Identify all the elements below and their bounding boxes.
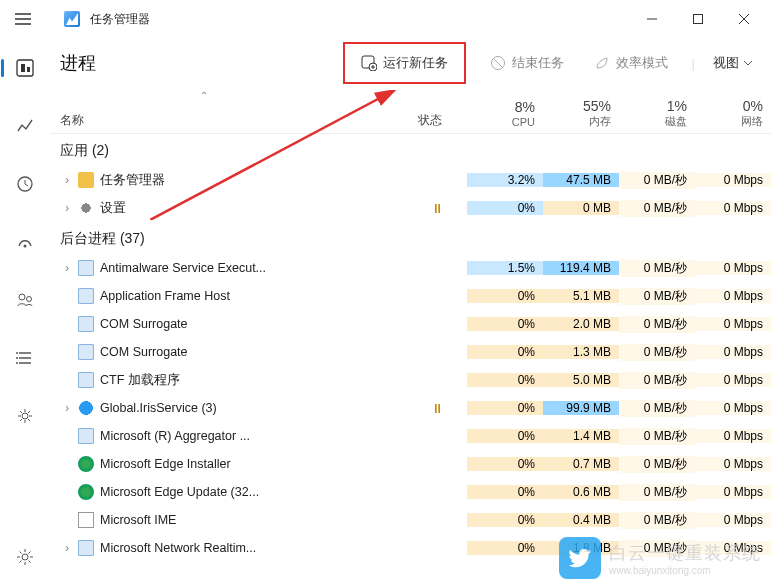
- end-task-label: 结束任务: [512, 54, 564, 72]
- close-button[interactable]: [721, 3, 767, 35]
- cell: 0 MB/秒: [619, 456, 695, 473]
- cell: 0 Mbps: [695, 373, 771, 387]
- process-icon: [78, 484, 94, 500]
- process-row[interactable]: › 任务管理器 3.2%47.5 MB0 MB/秒0 Mbps: [50, 166, 771, 194]
- process-row[interactable]: Microsoft Edge Installer 0%0.7 MB0 MB/秒0…: [50, 450, 771, 478]
- nav-services[interactable]: [7, 398, 43, 434]
- expand-icon[interactable]: ›: [60, 201, 74, 215]
- process-icon: [78, 260, 94, 276]
- maximize-button[interactable]: [675, 3, 721, 35]
- process-icon: [78, 400, 94, 416]
- watermark: 白云一键重装系统 www.baiyunxitong.com: [559, 537, 761, 579]
- col-status[interactable]: 状态: [393, 112, 467, 129]
- cell: 0 MB: [543, 201, 619, 215]
- nav-performance[interactable]: [7, 108, 43, 144]
- cell: 0 MB/秒: [619, 428, 695, 445]
- end-task-icon: [490, 55, 506, 71]
- nav-users[interactable]: [7, 282, 43, 318]
- col-mem[interactable]: 55%内存: [543, 98, 619, 129]
- process-row[interactable]: Microsoft IME 0%0.4 MB0 MB/秒0 Mbps: [50, 506, 771, 534]
- hamburger-menu[interactable]: [4, 0, 42, 38]
- cell: 0 MB/秒: [619, 200, 695, 217]
- process-icon: [78, 316, 94, 332]
- svg-point-5: [24, 245, 27, 248]
- process-name: Microsoft Network Realtim...: [100, 541, 407, 555]
- col-cpu[interactable]: 8%CPU: [467, 99, 543, 129]
- cell: 0 MB/秒: [619, 372, 695, 389]
- process-row[interactable]: Microsoft (R) Aggregator ... 0%1.4 MB0 M…: [50, 422, 771, 450]
- view-label: 视图: [713, 54, 739, 72]
- process-status: ⏸: [407, 201, 467, 216]
- process-icon: [78, 512, 94, 528]
- nav-settings[interactable]: [7, 539, 43, 575]
- process-row[interactable]: › Antimalware Service Execut... 1.5%119.…: [50, 254, 771, 282]
- cell: 0%: [467, 201, 543, 215]
- nav-startup[interactable]: [7, 224, 43, 260]
- nav-processes[interactable]: [7, 50, 43, 86]
- cell: 1.4 MB: [543, 429, 619, 443]
- cell: 0 MB/秒: [619, 316, 695, 333]
- cell: 0 MB/秒: [619, 400, 695, 417]
- process-row[interactable]: Microsoft Edge Update (32... 0%0.6 MB0 M…: [50, 478, 771, 506]
- cell: 0 Mbps: [695, 401, 771, 415]
- cell: 2.0 MB: [543, 317, 619, 331]
- process-name: 设置: [100, 200, 407, 217]
- cell: 0 Mbps: [695, 513, 771, 527]
- expand-icon[interactable]: ›: [60, 173, 74, 187]
- cell: 0 Mbps: [695, 173, 771, 187]
- cell: 0 Mbps: [695, 457, 771, 471]
- process-status: ⏸: [407, 401, 467, 416]
- process-name: Microsoft Edge Installer: [100, 457, 407, 471]
- process-row[interactable]: Application Frame Host 0%5.1 MB0 MB/秒0 M…: [50, 282, 771, 310]
- minimize-button[interactable]: [629, 3, 675, 35]
- svg-point-9: [16, 357, 18, 359]
- expand-icon[interactable]: ›: [60, 541, 74, 555]
- chevron-down-icon: [743, 58, 753, 68]
- cell: 0 Mbps: [695, 261, 771, 275]
- svg-point-8: [16, 352, 18, 354]
- col-disk[interactable]: 1%磁盘: [619, 98, 695, 129]
- cell: 0%: [467, 457, 543, 471]
- group-bg: 后台进程 (37): [50, 222, 771, 254]
- cell: 0%: [467, 289, 543, 303]
- process-name: Microsoft (R) Aggregator ...: [100, 429, 407, 443]
- expand-icon[interactable]: ›: [60, 401, 74, 415]
- process-row[interactable]: COM Surrogate 0%1.3 MB0 MB/秒0 Mbps: [50, 338, 771, 366]
- view-dropdown[interactable]: 视图: [713, 54, 753, 72]
- col-name[interactable]: 名称: [60, 112, 393, 129]
- efficiency-button[interactable]: 效率模式: [588, 50, 674, 76]
- cell: 0 Mbps: [695, 429, 771, 443]
- cell: 0 Mbps: [695, 485, 771, 499]
- process-row[interactable]: COM Surrogate 0%2.0 MB0 MB/秒0 Mbps: [50, 310, 771, 338]
- sort-indicator: ⌃: [200, 90, 208, 101]
- cell: 0 MB/秒: [619, 260, 695, 277]
- process-row[interactable]: › Global.IrisService (3) ⏸ 0%99.9 MB0 MB…: [50, 394, 771, 422]
- cell: 1.3 MB: [543, 345, 619, 359]
- window-title: 任务管理器: [90, 11, 150, 28]
- process-name: Microsoft IME: [100, 513, 407, 527]
- process-name: Global.IrisService (3): [100, 401, 407, 415]
- process-row[interactable]: › 设置 ⏸ 0%0 MB0 MB/秒0 Mbps: [50, 194, 771, 222]
- cell: 0%: [467, 401, 543, 415]
- cell: 99.9 MB: [543, 401, 619, 415]
- cell: 0 Mbps: [695, 345, 771, 359]
- process-row[interactable]: CTF 加载程序 0%5.0 MB0 MB/秒0 Mbps: [50, 366, 771, 394]
- col-net[interactable]: 0%网络: [695, 98, 771, 129]
- process-icon: [78, 456, 94, 472]
- table-header[interactable]: ⌃ 名称 状态 8%CPU 55%内存 1%磁盘 0%网络: [50, 88, 771, 134]
- nav-history[interactable]: [7, 166, 43, 202]
- svg-rect-0: [694, 15, 703, 24]
- nav-details[interactable]: [7, 340, 43, 376]
- run-new-task-button[interactable]: 运行新任务: [355, 50, 454, 76]
- process-icon: [78, 540, 94, 556]
- cell: 47.5 MB: [543, 173, 619, 187]
- process-name: COM Surrogate: [100, 317, 407, 331]
- efficiency-label: 效率模式: [616, 54, 668, 72]
- watermark-url: www.baiyunxitong.com: [609, 565, 761, 576]
- cell: 0 MB/秒: [619, 172, 695, 189]
- cell: 0%: [467, 541, 543, 555]
- process-name: CTF 加载程序: [100, 372, 407, 389]
- expand-icon[interactable]: ›: [60, 261, 74, 275]
- end-task-button[interactable]: 结束任务: [484, 50, 570, 76]
- process-name: Application Frame Host: [100, 289, 407, 303]
